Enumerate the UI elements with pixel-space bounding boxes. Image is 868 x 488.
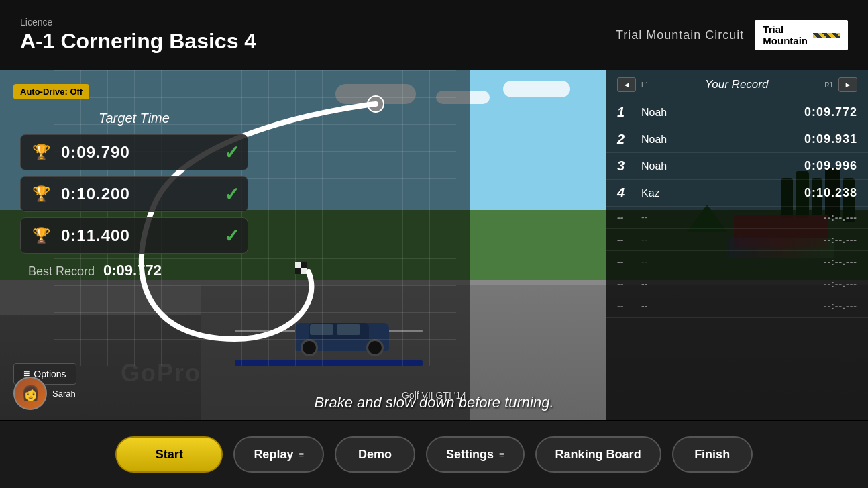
cloud-3: [503, 81, 570, 97]
lb-name-7: --: [636, 256, 824, 267]
demo-button[interactable]: Demo: [335, 436, 415, 473]
lb-rank-7: --: [617, 256, 636, 267]
trophy-gold-icon: 🏆: [29, 140, 53, 164]
leaderboard-row-1: 1 Noah 0:09.772: [606, 99, 868, 126]
lb-nav-left-group: ◄ L1: [617, 77, 651, 92]
game-area: GoPro Auto-Drive: Off Target Time 🏆 0:0: [0, 70, 868, 420]
replay-icon: ≡: [299, 450, 304, 460]
lb-nav-left-button[interactable]: ◄: [617, 77, 636, 92]
leaderboard-row-4: 4 Kaz 0:10.238: [606, 180, 868, 207]
leaderboard-row-2: 2 Noah 0:09.931: [606, 126, 868, 153]
lb-rank-3: 3: [617, 158, 636, 174]
lb-name-6: --: [636, 234, 824, 245]
target-time-gold-value: 0:09.790: [61, 143, 224, 162]
logo-text: Trial Mountain: [763, 24, 808, 46]
check-bronze: ✓: [224, 225, 239, 247]
best-record-label: Best Record: [28, 264, 95, 278]
lb-rank-8: --: [617, 279, 636, 289]
replay-button[interactable]: Replay ≡: [233, 436, 324, 473]
lb-time-5: --:--.---: [824, 212, 857, 223]
leaderboard-row-5: -- -- --:--.---: [606, 207, 868, 229]
lb-time-3: 0:09.996: [804, 159, 857, 173]
auto-drive-badge[interactable]: Auto-Drive: Off: [13, 84, 89, 99]
lb-rank-4: 4: [617, 185, 636, 201]
leaderboard-row-8: -- -- --:--.---: [606, 273, 868, 295]
finish-button[interactable]: Finish: [672, 436, 753, 473]
lb-nav-right-button[interactable]: ►: [838, 77, 857, 92]
lb-name-2: Noah: [636, 134, 804, 146]
left-overlay-panel: Auto-Drive: Off Target Time 🏆 0:09.790 ✓…: [0, 70, 470, 420]
page-title: A-1 Cornering Basics 4: [20, 29, 256, 54]
lb-name-8: --: [636, 279, 824, 289]
lb-time-7: --:--.---: [824, 256, 857, 267]
settings-icon: ≡: [499, 450, 504, 460]
trial-mountain-logo: Trial Mountain: [755, 20, 848, 50]
target-time-bronze: 🏆 0:11.400 ✓: [20, 217, 248, 254]
target-time-bronze-value: 0:11.400: [61, 226, 224, 245]
target-times-title: Target Time: [20, 111, 248, 126]
header-right: Trial Mountain Circuit Trial Mountain: [616, 20, 848, 50]
toolbar: Start Replay ≡ Demo Settings ≡ Ranking B…: [0, 421, 868, 488]
lb-rank-6: --: [617, 234, 636, 245]
lb-time-1: 0:09.772: [804, 105, 857, 119]
check-silver: ✓: [224, 183, 239, 205]
lb-time-2: 0:09.931: [804, 132, 857, 146]
circuit-name: Trial Mountain Circuit: [616, 28, 744, 42]
lb-time-8: --:--.---: [824, 279, 857, 289]
leaderboard-panel: ◄ L1 Your Record R1 ► 1 Noah 0:09.772 2 …: [606, 70, 868, 420]
leaderboard-title: Your Record: [705, 78, 769, 91]
target-times-panel: Target Time 🏆 0:09.790 ✓ 🏆 0:10.200 ✓ 🏆 …: [20, 111, 248, 279]
lb-name-5: --: [636, 212, 824, 223]
best-record: Best Record 0:09.772: [20, 262, 248, 279]
target-time-gold: 🏆 0:09.790 ✓: [20, 134, 248, 170]
leaderboard-row-6: -- -- --:--.---: [606, 229, 868, 251]
leaderboard-row-7: -- -- --:--.---: [606, 251, 868, 273]
target-time-silver: 🏆 0:10.200 ✓: [20, 176, 248, 212]
start-button[interactable]: Start: [115, 436, 223, 473]
licence-label: Licence: [20, 17, 256, 28]
trophy-silver-icon: 🏆: [29, 182, 53, 206]
lb-name-9: --: [636, 301, 824, 311]
leaderboard-header: ◄ L1 Your Record R1 ►: [606, 70, 868, 99]
header-left: Licence A-1 Cornering Basics 4: [20, 17, 256, 54]
trophy-bronze-icon: 🏆: [29, 224, 53, 248]
lb-time-4: 0:10.238: [804, 186, 857, 200]
lb-time-9: --:--.---: [824, 301, 857, 311]
lb-nav-right-group: R1 ►: [822, 77, 857, 92]
leaderboard-row-9: -- -- --:--.---: [606, 295, 868, 318]
leaderboard-row-3: 3 Noah 0:09.996: [606, 153, 868, 180]
lb-name-4: Kaz: [636, 187, 804, 199]
logo-stripe: [813, 33, 840, 38]
logo-box: Trial Mountain: [755, 20, 848, 50]
lb-nav-left-label: L1: [641, 81, 649, 89]
lb-rank-5: --: [617, 212, 636, 223]
best-record-value: 0:09.772: [103, 262, 162, 279]
lb-name-1: Noah: [636, 107, 804, 119]
settings-button[interactable]: Settings ≡: [426, 436, 525, 473]
lb-rank-1: 1: [617, 105, 636, 120]
lb-nav-right-label: R1: [824, 81, 833, 89]
header: Licence A-1 Cornering Basics 4 Trial Mou…: [0, 0, 868, 70]
lb-time-6: --:--.---: [824, 234, 857, 245]
ranking-board-button[interactable]: Ranking Board: [535, 436, 661, 473]
target-time-silver-value: 0:10.200: [61, 185, 224, 203]
lb-name-3: Noah: [636, 160, 804, 173]
lb-rank-9: --: [617, 301, 636, 311]
check-gold: ✓: [224, 142, 239, 164]
lb-rank-2: 2: [617, 132, 636, 147]
